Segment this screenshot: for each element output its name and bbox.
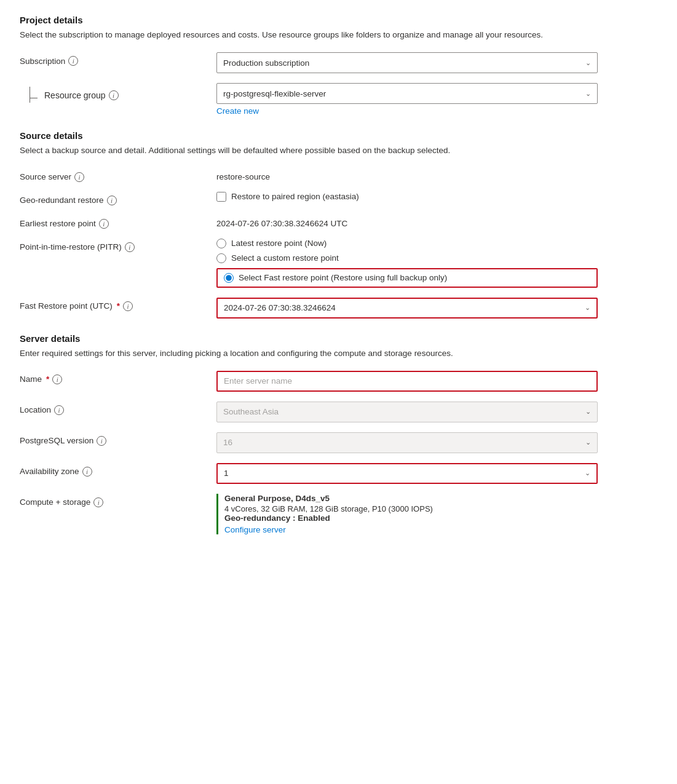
postgresql-version-chevron-icon: ⌄ bbox=[585, 438, 591, 446]
resource-group-info-icon[interactable]: i bbox=[109, 90, 119, 100]
source-server-label: Source server i bbox=[20, 168, 216, 182]
compute-storage-details: General Purpose, D4ds_v5 4 vCores, 32 Gi… bbox=[216, 494, 598, 534]
fast-restore-info-icon[interactable]: i bbox=[123, 301, 133, 311]
project-details-desc: Select the subscription to manage deploy… bbox=[20, 29, 657, 41]
postgresql-version-dropdown: 16 ⌄ bbox=[216, 432, 598, 453]
compute-details-text: 4 vCores, 32 GiB RAM, 128 GiB storage, P… bbox=[224, 504, 598, 513]
name-row: Name * i bbox=[20, 371, 657, 392]
geo-redundant-control: Restore to paired region (eastasia) bbox=[216, 192, 598, 202]
name-control bbox=[216, 371, 598, 392]
source-server-control: restore-source bbox=[216, 168, 598, 181]
postgresql-version-label: PostgreSQL version i bbox=[20, 432, 216, 446]
availability-zone-dropdown[interactable]: 1 ⌄ bbox=[216, 463, 598, 484]
radio-fast-option[interactable]: Select Fast restore point (Restore using… bbox=[216, 268, 598, 288]
earliest-restore-label: Earliest restore point i bbox=[20, 215, 216, 229]
location-dropdown: Southeast Asia ⌄ bbox=[216, 402, 598, 422]
resource-group-dropdown[interactable]: rg-postgresql-flexible-server ⌄ bbox=[216, 83, 598, 104]
source-details-section: Source details Select a backup source an… bbox=[20, 130, 657, 318]
name-label: Name * i bbox=[20, 371, 216, 384]
availability-zone-info-icon[interactable]: i bbox=[82, 467, 92, 477]
name-input[interactable] bbox=[216, 371, 598, 392]
resource-group-control: rg-postgresql-flexible-server ⌄ Create n… bbox=[216, 83, 598, 116]
earliest-restore-value: 2024-07-26 07:30:38.3246624 UTC bbox=[216, 215, 598, 228]
earliest-restore-control: 2024-07-26 07:30:38.3246624 UTC bbox=[216, 215, 598, 228]
name-required: * bbox=[46, 374, 49, 384]
fast-restore-label: Fast Restore point (UTC) * i bbox=[20, 298, 216, 311]
availability-zone-row: Availability zone i 1 ⌄ bbox=[20, 463, 657, 484]
source-server-row: Source server i restore-source bbox=[20, 168, 657, 182]
geo-redundant-row: Geo-redundant restore i Restore to paire… bbox=[20, 192, 657, 205]
create-new-link[interactable]: Create new bbox=[216, 106, 259, 116]
fast-restore-control: 2024-07-26 07:30:38.3246624 ⌄ bbox=[216, 298, 598, 319]
geo-redundancy-text: Geo-redundancy : Enabled bbox=[224, 513, 598, 523]
server-details-section: Server details Enter required settings f… bbox=[20, 333, 657, 534]
configure-server-link[interactable]: Configure server bbox=[224, 525, 286, 534]
name-info-icon[interactable]: i bbox=[52, 374, 62, 384]
compute-storage-label: Compute + storage i bbox=[20, 494, 216, 507]
pitr-row: Point-in-time-restore (PITR) i Latest re… bbox=[20, 239, 657, 288]
compute-storage-info-icon[interactable]: i bbox=[93, 497, 103, 507]
subscription-info-icon[interactable]: i bbox=[68, 56, 78, 66]
pitr-control: Latest restore point (Now) Select a cust… bbox=[216, 239, 598, 288]
location-control: Southeast Asia ⌄ bbox=[216, 402, 598, 422]
subscription-dropdown[interactable]: Production subscription ⌄ bbox=[216, 52, 598, 73]
server-details-desc: Enter required settings for this server,… bbox=[20, 347, 657, 360]
fast-restore-required: * bbox=[117, 301, 120, 311]
radio-fast-input[interactable] bbox=[224, 273, 234, 283]
source-server-info-icon[interactable]: i bbox=[74, 172, 84, 182]
location-chevron-icon: ⌄ bbox=[585, 408, 591, 416]
postgresql-version-info-icon[interactable]: i bbox=[97, 436, 106, 446]
geo-redundant-checkbox[interactable] bbox=[216, 192, 226, 202]
geo-redundant-checkbox-row: Restore to paired region (eastasia) bbox=[216, 192, 598, 202]
postgresql-version-row: PostgreSQL version i 16 ⌄ bbox=[20, 432, 657, 453]
resource-group-chevron-icon: ⌄ bbox=[585, 90, 591, 98]
availability-zone-chevron-icon: ⌄ bbox=[585, 469, 590, 477]
pitr-radio-group: Latest restore point (Now) Select a cust… bbox=[216, 239, 598, 288]
geo-redundant-label: Geo-redundant restore i bbox=[20, 192, 216, 205]
subscription-control: Production subscription ⌄ bbox=[216, 52, 598, 73]
source-details-title: Source details bbox=[20, 130, 657, 141]
availability-zone-label: Availability zone i bbox=[20, 463, 216, 477]
postgresql-version-control: 16 ⌄ bbox=[216, 432, 598, 453]
geo-redundant-info-icon[interactable]: i bbox=[107, 196, 117, 205]
fast-restore-row: Fast Restore point (UTC) * i 2024-07-26 … bbox=[20, 298, 657, 319]
radio-latest-input[interactable] bbox=[216, 239, 226, 248]
source-server-value: restore-source bbox=[216, 168, 598, 181]
project-details-title: Project details bbox=[20, 15, 657, 25]
radio-latest-option[interactable]: Latest restore point (Now) bbox=[216, 239, 598, 248]
compute-tier: General Purpose, D4ds_v5 bbox=[224, 494, 598, 503]
fast-restore-dropdown[interactable]: 2024-07-26 07:30:38.3246624 ⌄ bbox=[216, 298, 598, 319]
source-details-desc: Select a backup source and detail. Addit… bbox=[20, 145, 657, 157]
project-details-section: Project details Select the subscription … bbox=[20, 15, 657, 116]
location-row: Location i Southeast Asia ⌄ bbox=[20, 402, 657, 422]
availability-zone-control: 1 ⌄ bbox=[216, 463, 598, 484]
radio-custom-option[interactable]: Select a custom restore point bbox=[216, 253, 598, 263]
earliest-restore-info-icon[interactable]: i bbox=[99, 219, 109, 229]
location-label: Location i bbox=[20, 402, 216, 415]
pitr-info-icon[interactable]: i bbox=[125, 242, 135, 252]
server-details-title: Server details bbox=[20, 333, 657, 344]
pitr-label: Point-in-time-restore (PITR) i bbox=[20, 239, 216, 252]
resource-group-row: Resource group i rg-postgresql-flexible-… bbox=[20, 83, 657, 116]
location-info-icon[interactable]: i bbox=[54, 405, 64, 415]
earliest-restore-row: Earliest restore point i 2024-07-26 07:3… bbox=[20, 215, 657, 229]
subscription-label: Subscription i bbox=[20, 52, 216, 66]
compute-storage-control: General Purpose, D4ds_v5 4 vCores, 32 Gi… bbox=[216, 494, 598, 534]
compute-storage-row: Compute + storage i General Purpose, D4d… bbox=[20, 494, 657, 534]
radio-custom-input[interactable] bbox=[216, 253, 226, 263]
resource-group-indent: Resource group i bbox=[20, 83, 216, 103]
fast-restore-chevron-icon: ⌄ bbox=[585, 304, 590, 312]
subscription-row: Subscription i Production subscription ⌄ bbox=[20, 52, 657, 73]
subscription-chevron-icon: ⌄ bbox=[585, 59, 591, 67]
